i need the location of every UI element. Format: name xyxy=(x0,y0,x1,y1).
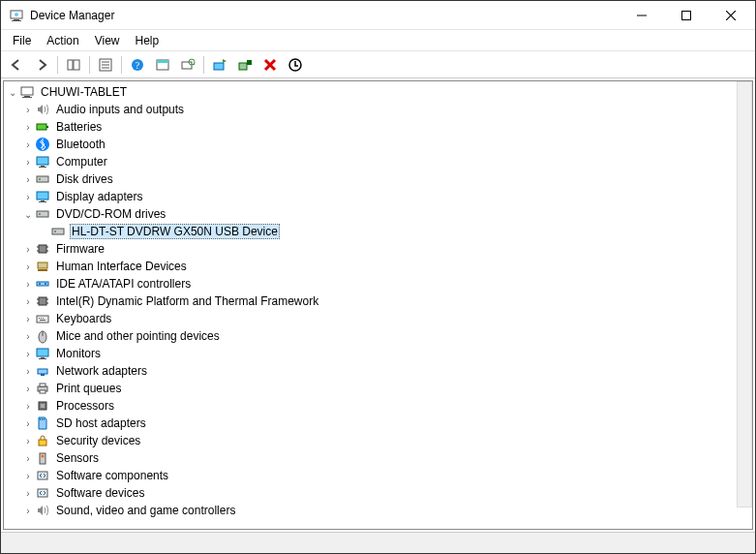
svg-rect-36 xyxy=(37,176,48,182)
chevron-right-icon[interactable]: › xyxy=(21,312,35,325)
mouse-icon xyxy=(35,328,50,344)
tree-item[interactable]: ⌄DVD/CD-ROM drives xyxy=(4,205,752,223)
svg-rect-30 xyxy=(37,124,46,130)
tree-item[interactable]: ›Bluetooth xyxy=(4,136,752,153)
properties-button[interactable] xyxy=(94,53,117,77)
chevron-right-icon[interactable]: › xyxy=(21,138,35,151)
minimize-button[interactable] xyxy=(620,1,664,30)
chevron-right-icon[interactable]: › xyxy=(21,469,35,482)
chevron-right-icon[interactable]: › xyxy=(21,294,35,308)
tree-item[interactable]: ›Sound, video and game controllers xyxy=(4,502,752,519)
scan-hardware-button[interactable] xyxy=(176,53,199,77)
chevron-right-icon[interactable]: › xyxy=(21,103,35,116)
resize-grip[interactable] xyxy=(736,536,751,551)
tree-item[interactable]: ›Batteries xyxy=(4,118,752,136)
tree-item[interactable]: ›Computer xyxy=(4,153,752,170)
tree-item[interactable]: ›Software components xyxy=(4,467,752,484)
enable-device-button[interactable] xyxy=(284,53,307,77)
chevron-down-icon[interactable]: ⌄ xyxy=(6,85,19,99)
tree-item[interactable]: ›Mice and other pointing devices xyxy=(4,327,752,345)
tree-item[interactable]: ›Sensors xyxy=(4,449,752,467)
chevron-right-icon[interactable]: › xyxy=(21,155,35,169)
svg-rect-50 xyxy=(38,262,47,268)
tree-item[interactable]: ›SD host adapters xyxy=(4,415,752,432)
uninstall-device-button[interactable] xyxy=(233,53,257,77)
tree-item-label: Bluetooth xyxy=(54,138,107,151)
chevron-right-icon[interactable]: › xyxy=(21,277,35,291)
chip-icon xyxy=(35,241,50,257)
disable-device-button[interactable] xyxy=(258,53,282,77)
chevron-right-icon[interactable]: › xyxy=(21,329,35,343)
svg-rect-34 xyxy=(41,166,45,167)
tree-item[interactable]: ›Security devices xyxy=(4,432,752,449)
svg-rect-8 xyxy=(68,60,73,70)
update-driver-button[interactable] xyxy=(208,53,231,77)
svg-rect-76 xyxy=(41,404,45,408)
chevron-right-icon[interactable]: › xyxy=(21,486,35,500)
tree-item[interactable]: ›Keyboards xyxy=(4,310,752,327)
chevron-right-icon[interactable]: › xyxy=(21,260,35,273)
chevron-right-icon[interactable]: › xyxy=(21,382,35,395)
chevron-right-icon[interactable]: › xyxy=(21,172,35,186)
tree-item[interactable]: ›Audio inputs and outputs xyxy=(4,101,752,118)
svg-rect-35 xyxy=(39,167,46,168)
net-icon xyxy=(35,363,50,379)
tree-item[interactable]: ›Print queues xyxy=(4,380,752,397)
svg-rect-52 xyxy=(37,282,48,286)
show-hide-tree-button[interactable] xyxy=(62,53,85,77)
tree-item[interactable]: ›IDE ATA/ATAPI controllers xyxy=(4,275,752,292)
tree-item[interactable]: ›Intel(R) Dynamic Platform and Thermal F… xyxy=(4,292,752,310)
tree-item[interactable]: ›Monitors xyxy=(4,345,752,362)
toolbar-separator xyxy=(89,56,90,74)
menu-file[interactable]: File xyxy=(5,32,39,49)
tree-root[interactable]: ⌄ CHUWI-TABLET xyxy=(4,83,752,101)
maximize-button[interactable] xyxy=(664,1,709,30)
chevron-right-icon[interactable]: › xyxy=(21,242,35,256)
action-button[interactable] xyxy=(151,53,174,77)
statusbar xyxy=(1,532,755,553)
forward-button[interactable] xyxy=(30,53,53,77)
menu-action[interactable]: Action xyxy=(39,32,86,49)
help-button[interactable]: ? xyxy=(126,53,149,77)
svg-rect-60 xyxy=(37,316,48,323)
svg-point-53 xyxy=(39,283,41,285)
tree-item[interactable]: ›Network adapters xyxy=(4,362,752,380)
tree-item[interactable]: ›Processors xyxy=(4,397,752,415)
tree-item[interactable]: HL-DT-ST DVDRW GX50N USB Device xyxy=(4,223,752,240)
monitor-icon xyxy=(35,189,50,204)
tree-item[interactable]: ›Software devices xyxy=(4,484,752,502)
svg-rect-17 xyxy=(157,60,168,63)
tree-item[interactable]: ›Disk drives xyxy=(4,170,752,188)
device-tree[interactable]: ⌄ CHUWI-TABLET ›Audio inputs and outputs… xyxy=(3,80,753,530)
tree-root-label: CHUWI-TABLET xyxy=(39,85,129,99)
tree-item[interactable]: ›Human Interface Devices xyxy=(4,258,752,275)
svg-rect-29 xyxy=(22,97,32,98)
chevron-right-icon[interactable]: › xyxy=(21,504,35,517)
menu-view[interactable]: View xyxy=(87,32,128,49)
toolbar-separator xyxy=(57,56,58,74)
svg-point-54 xyxy=(45,283,46,285)
tree-item-label: Audio inputs and outputs xyxy=(54,103,186,116)
tree-item[interactable]: ›Display adapters xyxy=(4,188,752,205)
tree-item-label: HL-DT-ST DVDRW GX50N USB Device xyxy=(70,224,280,239)
chevron-right-icon[interactable]: › xyxy=(21,120,35,134)
chevron-right-icon[interactable]: › xyxy=(21,434,35,447)
close-button[interactable] xyxy=(709,1,753,30)
vertical-scrollbar[interactable] xyxy=(737,81,752,508)
tree-item[interactable]: ›Firmware xyxy=(4,240,752,258)
svg-rect-31 xyxy=(46,126,48,128)
monitor-icon xyxy=(35,346,50,361)
chevron-right-icon[interactable]: › xyxy=(21,347,35,360)
disk-icon xyxy=(35,171,50,187)
svg-rect-33 xyxy=(37,157,48,165)
chevron-right-icon[interactable]: › xyxy=(21,399,35,413)
back-button[interactable] xyxy=(5,53,28,77)
svg-rect-28 xyxy=(24,96,30,97)
chevron-right-icon[interactable]: › xyxy=(21,190,35,203)
svg-rect-22 xyxy=(239,63,247,70)
chevron-right-icon[interactable]: › xyxy=(21,416,35,430)
chevron-down-icon[interactable]: ⌄ xyxy=(21,207,35,221)
chevron-right-icon[interactable]: › xyxy=(21,451,35,465)
chevron-right-icon[interactable]: › xyxy=(21,364,35,378)
menu-help[interactable]: Help xyxy=(128,32,167,49)
